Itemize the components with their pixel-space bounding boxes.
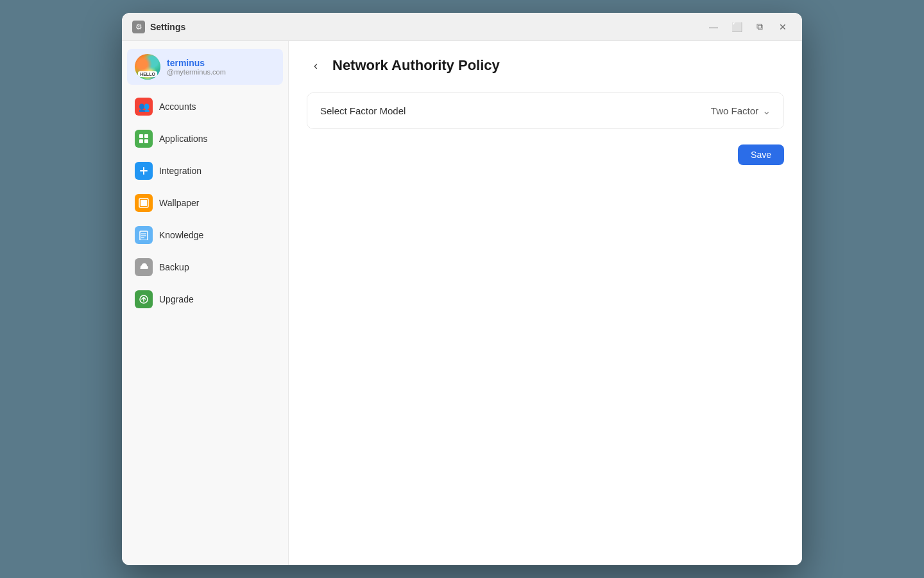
sidebar-item-knowledge[interactable]: Knowledge	[127, 220, 283, 250]
page-title: Network Authority Policy	[332, 57, 500, 74]
integration-label: Integration	[159, 166, 201, 176]
back-button[interactable]: ‹	[307, 57, 325, 74]
user-info: terminus @myterminus.com	[167, 58, 226, 76]
sidebar-item-applications[interactable]: Applications	[127, 123, 283, 154]
knowledge-label: Knowledge	[159, 230, 203, 240]
sidebar-item-wallpaper[interactable]: Wallpaper	[127, 188, 283, 218]
app-icon: ⚙	[132, 21, 145, 33]
save-button[interactable]: Save	[738, 144, 784, 165]
settings-window: ⚙ Settings — ⬜ ⧉ ✕ HELLO terminus @myter…	[122, 13, 802, 565]
applications-label: Applications	[159, 134, 208, 144]
titlebar: ⚙ Settings — ⬜ ⧉ ✕	[122, 13, 802, 41]
factor-model-value: Two Factor	[711, 105, 758, 116]
main-content: HELLO terminus @myterminus.com 👥 Account…	[122, 41, 802, 565]
wallpaper-label: Wallpaper	[159, 198, 200, 208]
svg-rect-2	[139, 139, 143, 143]
upgrade-label: Upgrade	[159, 294, 194, 304]
user-profile[interactable]: HELLO terminus @myterminus.com	[127, 49, 283, 85]
sidebar-item-backup[interactable]: Backup	[127, 252, 283, 283]
page-header: ‹ Network Authority Policy	[307, 57, 784, 74]
integration-icon	[135, 162, 153, 180]
upgrade-icon	[135, 290, 153, 308]
avatar-inner: HELLO	[135, 54, 160, 80]
sidebar-item-accounts[interactable]: 👥 Accounts	[127, 91, 283, 122]
factor-model-label: Select Factor Model	[320, 105, 406, 116]
svg-rect-0	[139, 134, 143, 138]
svg-rect-7	[141, 200, 147, 206]
accounts-label: Accounts	[159, 101, 196, 112]
avatar: HELLO	[135, 54, 160, 80]
svg-rect-1	[144, 134, 148, 138]
sidebar: HELLO terminus @myterminus.com 👥 Account…	[122, 41, 289, 565]
save-btn-container: Save	[307, 144, 784, 165]
sidebar-item-integration[interactable]: Integration	[127, 155, 283, 186]
close-button[interactable]: ✕	[774, 18, 792, 36]
minimize-button[interactable]: —	[705, 18, 723, 36]
factor-model-card: Select Factor Model Two Factor ⌄	[307, 92, 784, 129]
knowledge-icon	[135, 226, 153, 244]
backup-icon	[135, 258, 153, 276]
accounts-icon: 👥	[135, 98, 153, 116]
user-name: terminus	[167, 58, 226, 68]
chevron-down-icon: ⌄	[762, 105, 771, 117]
content-area: ‹ Network Authority Policy Select Factor…	[289, 41, 802, 565]
factor-model-dropdown[interactable]: Two Factor ⌄	[711, 105, 771, 117]
avatar-hello-badge: HELLO	[138, 71, 157, 77]
backup-label: Backup	[159, 262, 189, 272]
window-title: Settings	[150, 22, 185, 32]
titlebar-left: ⚙ Settings	[132, 21, 185, 33]
maximize-button[interactable]: ⬜	[728, 18, 746, 36]
window-controls: — ⬜ ⧉ ✕	[705, 18, 792, 36]
factor-model-row: Select Factor Model Two Factor ⌄	[307, 93, 783, 128]
svg-rect-3	[144, 139, 148, 143]
restore-button[interactable]: ⧉	[751, 18, 769, 36]
user-email: @myterminus.com	[167, 68, 226, 76]
wallpaper-icon	[135, 194, 153, 212]
applications-icon	[135, 130, 153, 148]
sidebar-item-upgrade[interactable]: Upgrade	[127, 284, 283, 315]
svg-rect-5	[140, 170, 148, 171]
